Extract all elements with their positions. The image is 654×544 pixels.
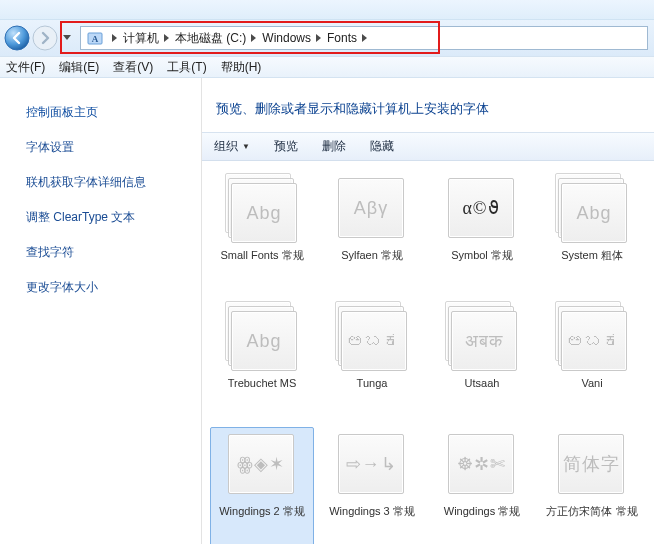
address-bar[interactable]: A 计算机 本地磁盘 (C:) Windows Fonts: [80, 26, 648, 50]
menu-tools[interactable]: 工具(T): [167, 59, 206, 76]
svg-point-1: [33, 26, 57, 50]
svg-point-0: [5, 26, 29, 50]
address-row: A 计算机 本地磁盘 (C:) Windows Fonts: [0, 20, 654, 56]
sidebar-home[interactable]: 控制面板主页: [26, 104, 201, 121]
font-label: Small Fonts 常规: [220, 249, 303, 263]
font-thumb: 简体字: [555, 429, 629, 501]
breadcrumb-segment[interactable]: Fonts: [325, 27, 359, 49]
forward-button[interactable]: [32, 25, 58, 51]
font-label: Wingdings 常规: [444, 505, 520, 519]
font-sample: ಅಬಕ: [567, 331, 622, 352]
breadcrumb-segment[interactable]: Windows: [260, 27, 313, 49]
sidebar-online[interactable]: 联机获取字体详细信息: [26, 174, 201, 191]
menu-edit[interactable]: 编辑(E): [59, 59, 99, 76]
font-sample: Abg: [576, 203, 611, 224]
chevron-right-icon: [109, 34, 121, 42]
font-grid: AbgSmall Fonts 常规AβγSylfaen 常规α©ϑSymbol …: [210, 171, 654, 544]
sidebar-settings[interactable]: 字体设置: [26, 139, 201, 156]
fonts-folder-icon: A: [85, 28, 105, 48]
font-label: Trebuchet MS: [228, 377, 297, 391]
chevron-right-icon: [248, 34, 260, 42]
sidebar-cleartype[interactable]: 调整 ClearType 文本: [26, 209, 201, 226]
nav-history-dropdown[interactable]: [60, 27, 74, 49]
font-item[interactable]: AbgTrebuchet MS: [210, 299, 314, 419]
font-item[interactable]: AbgSmall Fonts 常规: [210, 171, 314, 291]
font-thumb: ಅಬಕ: [335, 301, 409, 373]
font-thumb: अबक: [445, 301, 519, 373]
font-label: Wingdings 3 常规: [329, 505, 415, 519]
font-thumb: Abg: [555, 173, 629, 245]
font-thumb: ಅಬಕ: [555, 301, 629, 373]
back-button[interactable]: [4, 25, 30, 51]
toolbar-organize-label: 组织: [214, 138, 238, 155]
svg-text:A: A: [92, 34, 99, 44]
font-label: Wingdings 2 常规: [219, 505, 305, 519]
nav-buttons: [4, 25, 74, 51]
font-item[interactable]: AbgSystem 粗体: [540, 171, 644, 291]
font-label: Tunga: [357, 377, 388, 391]
font-thumb: ꙮ◈✶: [225, 429, 299, 501]
font-sample: ಅಬಕ: [347, 331, 402, 352]
content-heading: 预览、删除或者显示和隐藏计算机上安装的字体: [202, 78, 654, 132]
font-sample: α©ϑ: [462, 197, 499, 219]
font-sample: अबक: [465, 331, 503, 352]
font-thumb: Aβγ: [335, 173, 409, 245]
font-label: Sylfaen 常规: [341, 249, 403, 263]
font-item[interactable]: अबकUtsaah: [430, 299, 534, 419]
menu-file[interactable]: 文件(F): [6, 59, 45, 76]
toolbar-delete[interactable]: 删除: [322, 138, 346, 155]
sidebar-findchar[interactable]: 查找字符: [26, 244, 201, 261]
font-label: Vani: [581, 377, 602, 391]
font-item[interactable]: AβγSylfaen 常规: [320, 171, 424, 291]
font-item[interactable]: 简体字方正仿宋简体 常规: [540, 427, 644, 544]
chevron-right-icon: [313, 34, 325, 42]
font-item[interactable]: ಅಬಕVani: [540, 299, 644, 419]
chevron-right-icon: [359, 34, 371, 42]
font-sample: Abg: [246, 203, 281, 224]
font-thumb: α©ϑ: [445, 173, 519, 245]
font-sample: Aβγ: [354, 198, 388, 219]
font-label: System 粗体: [561, 249, 623, 263]
font-item[interactable]: ⇨→↳Wingdings 3 常规: [320, 427, 424, 544]
font-sample: Abg: [246, 331, 281, 352]
font-label: Utsaah: [465, 377, 500, 391]
toolbar-preview[interactable]: 预览: [274, 138, 298, 155]
menu-view[interactable]: 查看(V): [113, 59, 153, 76]
chevron-down-icon: ▼: [242, 142, 250, 151]
menu-help[interactable]: 帮助(H): [221, 59, 262, 76]
breadcrumb-segment[interactable]: 计算机: [121, 27, 161, 49]
sidebar: 控制面板主页 字体设置 联机获取字体详细信息 调整 ClearType 文本 查…: [0, 78, 202, 544]
font-item[interactable]: ☸✲✄Wingdings 常规: [430, 427, 534, 544]
font-grid-wrap: AbgSmall Fonts 常规AβγSylfaen 常规α©ϑSymbol …: [202, 161, 654, 544]
font-label: 方正仿宋简体 常规: [546, 505, 637, 519]
toolbar-organize[interactable]: 组织 ▼: [214, 138, 250, 155]
sidebar-resize[interactable]: 更改字体大小: [26, 279, 201, 296]
font-item[interactable]: α©ϑSymbol 常规: [430, 171, 534, 291]
window-titlebar: [0, 0, 654, 20]
font-thumb: Abg: [225, 173, 299, 245]
font-sample: ⇨→↳: [346, 453, 397, 475]
font-sample: 简体字: [563, 452, 620, 476]
font-sample: ☸✲✄: [457, 453, 506, 475]
main-area: 控制面板主页 字体设置 联机获取字体详细信息 调整 ClearType 文本 查…: [0, 78, 654, 544]
font-thumb: ⇨→↳: [335, 429, 409, 501]
content-toolbar: 组织 ▼ 预览 删除 隐藏: [202, 132, 654, 161]
font-item[interactable]: ꙮ◈✶Wingdings 2 常规: [210, 427, 314, 544]
font-thumb: ☸✲✄: [445, 429, 519, 501]
font-item[interactable]: ಅಬಕTunga: [320, 299, 424, 419]
content-pane: 预览、删除或者显示和隐藏计算机上安装的字体 组织 ▼ 预览 删除 隐藏 AbgS…: [202, 78, 654, 544]
font-sample: ꙮ◈✶: [237, 453, 285, 475]
menu-bar: 文件(F) 编辑(E) 查看(V) 工具(T) 帮助(H): [0, 56, 654, 78]
font-label: Symbol 常规: [451, 249, 513, 263]
toolbar-hide[interactable]: 隐藏: [370, 138, 394, 155]
chevron-right-icon: [161, 34, 173, 42]
breadcrumb-segment[interactable]: 本地磁盘 (C:): [173, 27, 248, 49]
font-thumb: Abg: [225, 301, 299, 373]
